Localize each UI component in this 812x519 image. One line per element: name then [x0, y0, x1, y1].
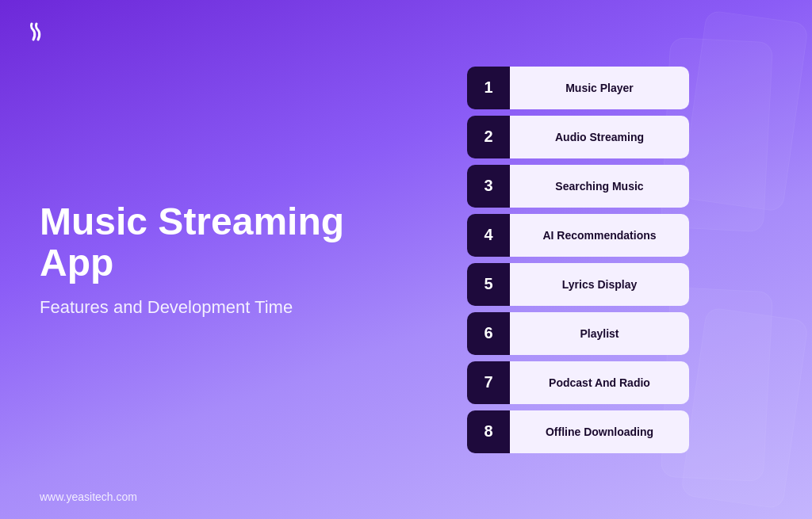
feature-number: 4 — [467, 214, 510, 257]
feature-label: Searching Music — [510, 165, 689, 208]
footer-url: www.yeasitech.com — [40, 490, 137, 503]
features-list: 1Music Player2Audio Streaming3Searching … — [467, 67, 689, 453]
feature-number: 1 — [467, 67, 510, 109]
feature-number: 7 — [467, 361, 510, 404]
list-item: 4AI Recommendations — [467, 214, 689, 257]
logo — [25, 19, 51, 48]
feature-number: 6 — [467, 312, 510, 355]
list-item: 8Offline Downloading — [467, 410, 689, 453]
left-content: Music Streaming App Features and Develop… — [40, 201, 396, 319]
list-item: 6Playlist — [467, 312, 689, 355]
list-item: 5Lyrics Display — [467, 263, 689, 306]
feature-number: 5 — [467, 263, 510, 306]
list-item: 3Searching Music — [467, 165, 689, 208]
feature-number: 3 — [467, 165, 510, 208]
feature-number: 8 — [467, 410, 510, 453]
subtitle: Features and Development Time — [40, 297, 396, 318]
feature-label: Podcast And Radio — [510, 361, 689, 404]
feature-label: Audio Streaming — [510, 116, 689, 158]
logo-icon — [25, 19, 51, 44]
list-item: 1Music Player — [467, 67, 689, 109]
feature-label: Lyrics Display — [510, 263, 689, 306]
main-title: Music Streaming App — [40, 201, 396, 285]
list-item: 7Podcast And Radio — [467, 361, 689, 404]
feature-number: 2 — [467, 116, 510, 158]
feature-label: Playlist — [510, 312, 689, 355]
feature-label: Music Player — [510, 67, 689, 109]
feature-label: AI Recommendations — [510, 214, 689, 257]
list-item: 2Audio Streaming — [467, 116, 689, 158]
feature-label: Offline Downloading — [510, 410, 689, 453]
